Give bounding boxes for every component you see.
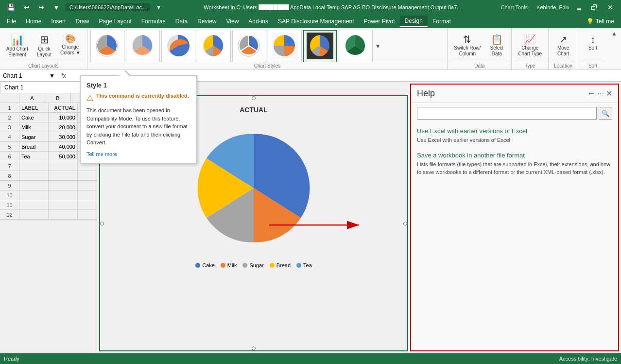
cell-6-b[interactable]: 50,000 bbox=[49, 152, 78, 161]
menu-draw[interactable]: Draw bbox=[70, 16, 94, 27]
cell-6-a[interactable]: Tea bbox=[19, 152, 49, 161]
help-result-1-link[interactable]: Use Excel with earlier versions of Excel bbox=[417, 127, 612, 135]
menu-page-layout[interactable]: Page Layout bbox=[94, 16, 136, 27]
cell-11-c[interactable] bbox=[78, 200, 97, 209]
table-row: 12 bbox=[0, 210, 97, 220]
help-search-input[interactable] bbox=[417, 107, 597, 120]
close-button[interactable]: ✕ bbox=[604, 2, 617, 12]
tooltip-tell-me-more-link[interactable]: Tell me more bbox=[86, 151, 117, 157]
table-row: 9 bbox=[0, 181, 97, 191]
change-colors-button[interactable]: 🎨 ChangeColors ▼ bbox=[57, 32, 84, 58]
change-type-icon: 📈 bbox=[524, 35, 536, 44]
menu-formulas[interactable]: Formulas bbox=[137, 16, 171, 27]
chart-style-5[interactable] bbox=[232, 30, 266, 62]
menu-review[interactable]: Review bbox=[192, 16, 221, 27]
row-header: 10 bbox=[0, 191, 19, 200]
cell-3-a[interactable]: Milk bbox=[19, 122, 49, 132]
cell-1-a[interactable]: LABEL bbox=[19, 103, 49, 112]
chart-style-4[interactable] bbox=[197, 30, 231, 62]
cell-9-a[interactable] bbox=[19, 181, 49, 190]
chart-layouts-label: Chart Layouts bbox=[3, 62, 84, 69]
cell-11-a[interactable] bbox=[19, 200, 49, 209]
chart-styles-scroll-down[interactable]: ▼ bbox=[374, 43, 382, 50]
chart-style-6[interactable] bbox=[268, 30, 302, 62]
cell-4-a[interactable]: Sugar bbox=[19, 132, 49, 141]
cell-2-b[interactable]: 10,000 bbox=[49, 113, 78, 122]
select-data-button[interactable]: 📋 SelectData bbox=[485, 32, 508, 59]
switch-row-col-button[interactable]: ⇅ Switch Row/Column bbox=[450, 32, 484, 59]
legend-cake: Cake bbox=[195, 262, 215, 268]
cell-9-c[interactable] bbox=[78, 181, 97, 190]
menu-home[interactable]: Home bbox=[21, 16, 46, 27]
move-chart-button[interactable]: ↗ MoveChart bbox=[552, 32, 575, 59]
cell-8-a[interactable] bbox=[19, 171, 49, 180]
chart-style-3[interactable] bbox=[161, 30, 195, 62]
menu-file[interactable]: File bbox=[2, 16, 21, 27]
cell-9-b[interactable] bbox=[49, 181, 78, 190]
handle-bottom[interactable] bbox=[252, 347, 256, 350]
cell-3-b[interactable]: 20,000 bbox=[49, 122, 78, 132]
help-close-button[interactable]: ✕ bbox=[606, 89, 612, 98]
minimize-button[interactable]: 🗕 bbox=[572, 2, 585, 12]
change-chart-type-button[interactable]: 📈 ChangeChart Type bbox=[515, 32, 545, 59]
cell-10-c[interactable] bbox=[78, 191, 97, 200]
tell-me-input[interactable]: 💡 Tell me bbox=[582, 16, 619, 27]
cell-12-a[interactable] bbox=[19, 210, 49, 219]
legend-dot-bread bbox=[270, 263, 275, 268]
save-icon[interactable]: 💾 bbox=[4, 2, 18, 12]
menu-format[interactable]: Format bbox=[428, 16, 456, 27]
table-row: 8 bbox=[0, 171, 97, 181]
menu-insert[interactable]: Insert bbox=[46, 16, 70, 27]
legend-dot-sugar bbox=[242, 263, 247, 268]
filepath-display[interactable]: C:\Users\066622\AppData\Loc... bbox=[66, 3, 150, 11]
menu-add-ins[interactable]: Add-ins bbox=[243, 16, 273, 27]
chart-style-2[interactable] bbox=[126, 30, 160, 62]
name-box[interactable]: Chart 1 ▼ bbox=[0, 70, 58, 81]
help-panel: Help ← ··· ✕ 🔍 Use Excel with earlier ve… bbox=[410, 84, 619, 351]
help-more-button[interactable]: ··· bbox=[598, 89, 604, 98]
help-search-button[interactable]: 🔍 bbox=[599, 107, 612, 120]
help-back-button[interactable]: ← bbox=[587, 88, 596, 99]
chart-style-8[interactable] bbox=[339, 30, 373, 62]
chart-style-7[interactable] bbox=[303, 30, 337, 62]
add-chart-element-button[interactable]: 📊 Add ChartElement bbox=[3, 32, 32, 60]
handle-right[interactable] bbox=[403, 222, 407, 225]
help-result-2-link[interactable]: Save a workbook in another file format bbox=[417, 152, 612, 159]
handle-left[interactable] bbox=[100, 222, 104, 225]
cell-7-b[interactable] bbox=[49, 161, 78, 171]
cell-8-c[interactable] bbox=[78, 171, 97, 180]
undo-icon[interactable]: ↩ bbox=[21, 2, 33, 12]
cell-10-a[interactable] bbox=[19, 191, 49, 200]
handle-top[interactable] bbox=[252, 96, 256, 100]
restore-button[interactable]: 🗗 bbox=[588, 2, 601, 12]
tooltip-arrow-inner bbox=[119, 71, 130, 76]
cell-5-a[interactable]: Bread bbox=[19, 142, 49, 151]
legend-label-tea: Tea bbox=[303, 262, 312, 268]
menu-bar: File Home Insert Draw Page Layout Formul… bbox=[0, 15, 621, 28]
cell-12-c[interactable] bbox=[78, 210, 97, 219]
cell-4-b[interactable]: 30,000 bbox=[49, 132, 78, 141]
move-icon: ↗ bbox=[559, 35, 568, 44]
cell-2-a[interactable]: Cake bbox=[19, 113, 49, 122]
cell-12-b[interactable] bbox=[49, 210, 78, 219]
customize-qat-icon[interactable]: ▼ bbox=[50, 2, 63, 12]
arrow-indicator bbox=[269, 210, 366, 241]
chart-style-1[interactable] bbox=[90, 30, 124, 62]
cell-10-b[interactable] bbox=[49, 191, 78, 200]
quick-layout-button[interactable]: ⊞ QuickLayout bbox=[33, 32, 56, 60]
menu-view[interactable]: View bbox=[222, 16, 244, 27]
cell-11-b[interactable] bbox=[49, 200, 78, 209]
redo-icon[interactable]: ↪ bbox=[35, 2, 47, 12]
cell-5-b[interactable]: 40,000 bbox=[49, 142, 78, 151]
cell-7-a[interactable] bbox=[19, 161, 49, 171]
menu-design[interactable]: Design bbox=[400, 16, 428, 27]
ribbon-collapse-button[interactable]: ▲ bbox=[611, 30, 617, 37]
menu-power-pivot[interactable]: Power Pivot bbox=[359, 16, 400, 27]
status-bar: Ready Accessibility: Investigate bbox=[0, 353, 621, 364]
cell-8-b[interactable] bbox=[49, 171, 78, 180]
menu-data[interactable]: Data bbox=[171, 16, 192, 27]
menu-sap[interactable]: SAP Disclosure Management bbox=[273, 16, 359, 27]
cell-1-b[interactable]: ACTUAL bbox=[49, 103, 78, 112]
filepath-dropdown[interactable]: ▼ bbox=[153, 3, 164, 11]
sort-button[interactable]: ↕ Sort bbox=[581, 32, 604, 53]
